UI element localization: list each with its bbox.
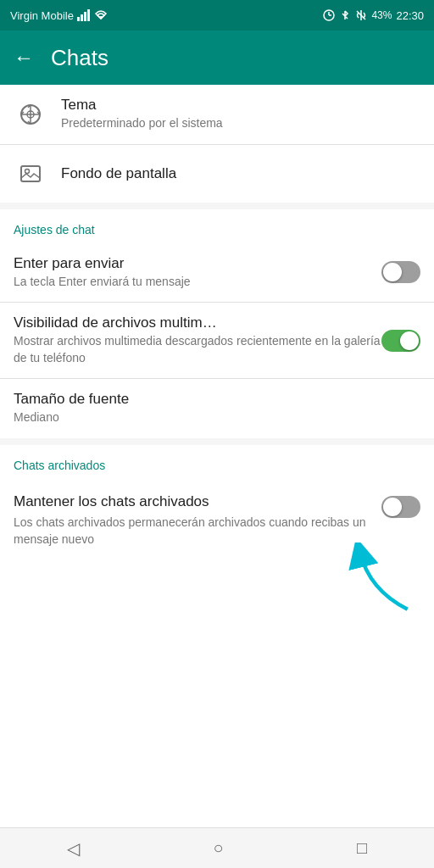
fondo-title: Fondo de pantalla	[61, 165, 420, 182]
bluetooth-icon	[339, 9, 351, 21]
status-bar: Virgin Mobile 43%	[0, 0, 434, 31]
time-text: 22:30	[396, 9, 424, 22]
enter-setting[interactable]: Enter para enviar La tecla Enter enviará…	[0, 243, 434, 303]
visibilidad-subtitle: Mostrar archivos multimedia descargados …	[14, 333, 381, 366]
mantener-toggle[interactable]	[381, 496, 420, 518]
visibilidad-toggle[interactable]	[381, 330, 420, 352]
mantener-text: Mantener los chats archivados Los chats …	[14, 492, 381, 548]
tema-subtitle: Predeterminado por el sistema	[61, 115, 420, 132]
bottom-nav: ◁ ○ □	[0, 827, 434, 868]
svg-rect-1	[81, 14, 83, 21]
fuente-subtitle: Mediano	[14, 409, 420, 426]
back-button[interactable]: ←	[14, 46, 34, 70]
svg-rect-2	[84, 12, 86, 21]
wifi-icon	[94, 10, 108, 20]
page-title: Chats	[51, 45, 108, 71]
tema-icon	[14, 97, 47, 131]
svg-rect-0	[77, 17, 80, 21]
visibilidad-toggle-knob	[400, 331, 419, 350]
mantener-toggle-container[interactable]	[381, 496, 420, 518]
status-left: Virgin Mobile	[10, 9, 108, 22]
nav-recent-button[interactable]: □	[337, 832, 387, 865]
mantener-toggle-knob	[383, 498, 402, 516]
fondo-icon	[14, 157, 47, 191]
status-right: 43% 22:30	[323, 9, 424, 22]
visibilidad-setting[interactable]: Visibilidad de archivos multim… Mostrar …	[0, 303, 434, 378]
fondo-setting[interactable]: Fondo de pantalla	[0, 145, 434, 203]
app-bar: ← Chats	[0, 31, 434, 85]
visibilidad-title: Visibilidad de archivos multim…	[14, 314, 381, 331]
section-divider-2	[0, 438, 434, 445]
clock-icon	[323, 9, 335, 21]
archivados-header: Chats archivados	[0, 445, 434, 479]
tema-title: Tema	[61, 97, 420, 114]
tema-text: Tema Predeterminado por el sistema	[61, 97, 420, 132]
mantener-setting[interactable]: Mantener los chats archivados Los chats …	[0, 479, 434, 559]
visibilidad-toggle-container[interactable]	[381, 330, 420, 352]
svg-rect-3	[87, 9, 90, 21]
enter-text: Enter para enviar La tecla Enter enviará…	[14, 255, 381, 291]
fondo-text: Fondo de pantalla	[61, 165, 420, 182]
nav-back-button[interactable]: ◁	[47, 832, 100, 865]
ajustes-header: Ajustes de chat	[0, 209, 434, 243]
enter-toggle-knob	[383, 263, 402, 281]
main-content: Tema Predeterminado por el sistema Fondo…	[0, 85, 434, 600]
tema-setting[interactable]: Tema Predeterminado por el sistema	[0, 85, 434, 144]
visibilidad-text: Visibilidad de archivos multim… Mostrar …	[14, 314, 381, 366]
enter-title: Enter para enviar	[14, 255, 381, 272]
enter-toggle-container[interactable]	[381, 261, 420, 283]
mute-icon	[355, 9, 367, 21]
fuente-text: Tamaño de fuente Mediano	[14, 391, 420, 426]
mantener-subtitle: Los chats archivados permanecerán archiv…	[14, 515, 381, 548]
signal-icon	[77, 9, 91, 21]
svg-rect-14	[21, 166, 40, 181]
carrier-text: Virgin Mobile	[10, 9, 74, 22]
fuente-title: Tamaño de fuente	[14, 391, 420, 408]
battery-text: 43%	[371, 9, 392, 21]
fuente-setting[interactable]: Tamaño de fuente Mediano	[0, 379, 434, 438]
section-divider-1	[0, 203, 434, 209]
mantener-title: Mantener los chats archivados	[14, 492, 381, 511]
svg-point-15	[25, 169, 30, 173]
enter-toggle[interactable]	[381, 261, 420, 283]
nav-home-button[interactable]: ○	[192, 832, 243, 865]
annotation-arrow	[341, 542, 417, 619]
enter-subtitle: La tecla Enter enviará tu mensaje	[14, 274, 381, 291]
